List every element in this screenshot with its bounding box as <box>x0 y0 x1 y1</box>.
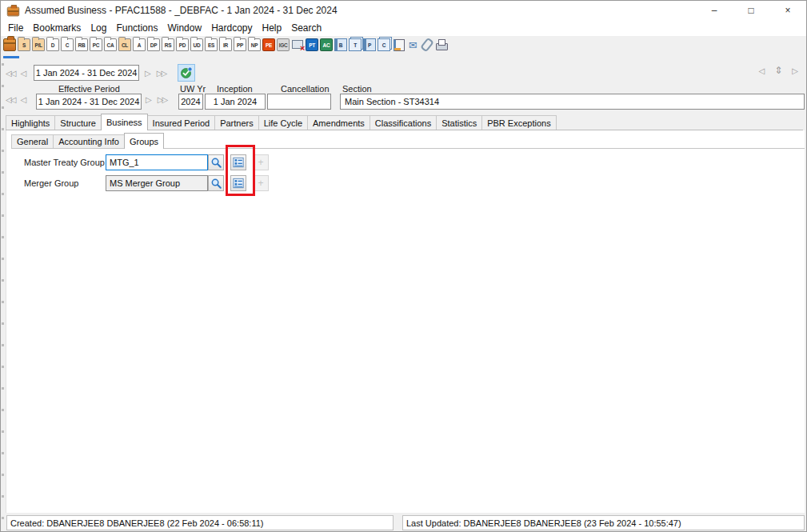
toolbar-icon[interactable]: PP <box>234 38 246 51</box>
validate-toggle[interactable] <box>178 64 195 82</box>
cancellation-value <box>267 94 331 110</box>
menu-search[interactable]: Search <box>286 21 326 35</box>
nav-prev-icon[interactable]: ◁ <box>20 69 26 78</box>
book-b-icon[interactable]: B <box>334 38 347 51</box>
assumed-business-icon[interactable] <box>3 38 16 51</box>
book-p-icon[interactable]: P <box>363 38 376 51</box>
menu-bar: File Bookmarks Log Functions Window Hard… <box>1 19 806 36</box>
toolbar-icon[interactable]: ES <box>205 38 218 51</box>
subtab-general[interactable]: General <box>11 134 54 148</box>
app-window: Assumed Business - PFAC11588 - _DEBFAC -… <box>0 0 807 532</box>
ac-icon[interactable]: AC <box>320 38 333 51</box>
inception-label: Inception <box>217 84 253 94</box>
toolbar-icon[interactable]: S <box>18 38 30 51</box>
menu-window[interactable]: Window <box>162 21 206 35</box>
toolbar-icon[interactable]: RS <box>162 38 174 51</box>
merger-group-search-button[interactable] <box>208 175 224 191</box>
pe-icon[interactable]: PE <box>262 38 275 51</box>
pt-icon[interactable]: PT <box>306 38 318 51</box>
toolbar-icon[interactable]: RB <box>75 38 88 51</box>
tab-structure[interactable]: Structure <box>54 115 102 130</box>
master-treaty-group-extra-button: + <box>253 154 269 170</box>
toolbar: S P/L D C RB PC CA CL A DP RS PD UD ES I… <box>3 36 448 60</box>
subtab-groups[interactable]: Groups <box>124 133 164 149</box>
subtab-accounting-info[interactable]: Accounting Info <box>53 134 125 148</box>
master-treaty-group-label: Master Treaty Group <box>24 154 105 170</box>
tab-business[interactable]: Business <box>101 114 148 130</box>
copy-c-icon[interactable]: C <box>378 38 390 51</box>
tab-pbr-exceptions[interactable]: PBR Exceptions <box>481 115 556 130</box>
main-tab-bar: Highlights Structure Business Insured Pe… <box>6 114 803 130</box>
igc-icon[interactable]: IGC <box>277 38 290 51</box>
computer-error-icon[interactable] <box>291 38 304 51</box>
sub-tab-bar: General Accounting Info Groups <box>11 133 805 149</box>
tab-statistics[interactable]: Statistics <box>436 115 482 130</box>
period-display[interactable]: 1 Jan 2024 - 31 Dec 2024 <box>34 65 139 81</box>
toolbar-icon[interactable]: PD <box>176 38 189 51</box>
effective-period-nav-left: ◁◁ ◁ <box>6 95 26 104</box>
window-controls: – □ × <box>696 1 806 19</box>
nav-next-icon[interactable]: ▷ <box>145 69 151 78</box>
master-treaty-group-search-button[interactable] <box>208 154 224 170</box>
toolbar-icon[interactable]: A <box>133 38 146 51</box>
period-prev-icon[interactable]: ◁ <box>20 95 26 104</box>
print-icon[interactable] <box>435 38 448 51</box>
toolbar-icon[interactable]: DP <box>147 38 160 51</box>
period-last-icon[interactable]: ▷▷ <box>158 95 166 104</box>
window-title: Assumed Business - PFAC11588 - _DEBFAC -… <box>25 5 338 16</box>
section-value: Main Section - ST34314 <box>340 94 805 110</box>
business-tab-panel: General Accounting Info Groups Master Tr… <box>6 130 805 513</box>
menu-log[interactable]: Log <box>86 21 111 35</box>
copy-t-icon[interactable]: T <box>349 38 362 51</box>
tab-life-cycle[interactable]: Life Cycle <box>258 115 308 130</box>
menu-help[interactable]: Help <box>257 21 286 35</box>
attachment-icon[interactable] <box>421 38 433 51</box>
toolbar-icon[interactable]: C <box>61 38 74 51</box>
toolbar-icon[interactable]: D <box>46 38 59 51</box>
effective-period-nav-right: ▷ ▷▷ <box>146 95 166 104</box>
ledger-icon[interactable] <box>392 38 405 51</box>
status-created: Created: DBANERJEE8 DBANERJEE8 (22 Feb 2… <box>6 515 394 530</box>
menu-hardcopy[interactable]: Hardcopy <box>206 21 257 35</box>
toolbar-icon[interactable]: IR <box>219 38 232 51</box>
cancellation-label: Cancellation <box>281 84 330 94</box>
highlight-annotation-box <box>226 145 255 196</box>
title-bar: Assumed Business - PFAC11588 - _DEBFAC -… <box>1 1 806 19</box>
tab-highlights[interactable]: Highlights <box>6 115 55 130</box>
menu-functions[interactable]: Functions <box>111 21 162 35</box>
inception-value: 1 Jan 2024 <box>205 94 266 110</box>
mail-icon[interactable] <box>406 38 419 51</box>
maximize-button[interactable]: □ <box>733 1 769 19</box>
active-toolbar-underline <box>3 56 19 58</box>
status-last-updated: Last Updated: DBANERJEE8 DBANERJEE8 (23 … <box>402 515 805 530</box>
sort-icon[interactable]: ⇕ <box>774 65 782 76</box>
tab-amendments[interactable]: Amendments <box>307 115 370 130</box>
master-treaty-group-input[interactable] <box>106 154 208 170</box>
period-next-icon[interactable]: ▷ <box>146 95 152 104</box>
right-next-icon[interactable]: ▷ <box>792 66 798 75</box>
minimize-button[interactable]: – <box>696 1 733 19</box>
record-nav: ◁◁ ◁ 1 Jan 2024 - 31 Dec 2024 ▷ ▷▷ <box>6 63 195 82</box>
toolbar-icon[interactable]: CA <box>104 38 117 51</box>
merger-group-extra-button: + <box>253 175 269 191</box>
period-first-icon[interactable]: ◁◁ <box>6 95 14 104</box>
toolbar-icon[interactable]: CL <box>118 38 131 51</box>
toolbar-icon[interactable]: UD <box>190 38 203 51</box>
merger-group-label: Merger Group <box>24 175 78 191</box>
tab-classifications[interactable]: Classifications <box>370 115 437 130</box>
toolbar-icon[interactable]: P/L <box>32 38 45 51</box>
toolbar-icon[interactable]: PC <box>90 38 102 51</box>
close-button[interactable]: × <box>769 1 806 19</box>
effective-period-value[interactable]: 1 Jan 2024 - 31 Dec 2024 <box>36 94 142 110</box>
toolbar-icon[interactable]: NP <box>248 38 261 51</box>
tab-partners[interactable]: Partners <box>214 115 259 130</box>
nav-first-icon[interactable]: ◁◁ <box>6 69 14 78</box>
uw-yr-value: 2024 <box>178 94 203 110</box>
tab-insured-period[interactable]: Insured Period <box>147 115 216 130</box>
menu-file[interactable]: File <box>3 21 28 35</box>
menu-bookmarks[interactable]: Bookmarks <box>28 21 86 35</box>
right-prev-icon[interactable]: ◁ <box>759 66 765 75</box>
left-splitter-strip[interactable] <box>2 63 4 523</box>
nav-last-icon[interactable]: ▷▷ <box>157 69 166 78</box>
merger-group-input[interactable] <box>106 175 208 191</box>
